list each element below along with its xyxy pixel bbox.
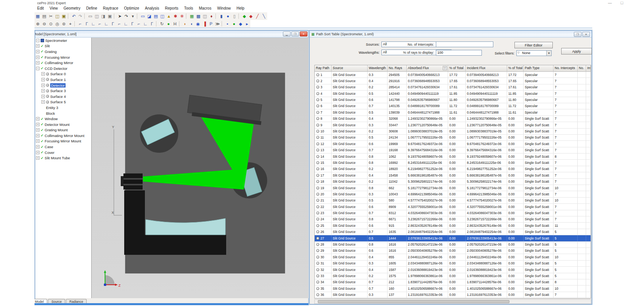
polar-icon[interactable]: P: [208, 21, 214, 27]
table-row[interactable]: 36Slit Grid Source0.31371.23191697613353…: [315, 292, 591, 298]
expand-toggle-icon[interactable]: +: [41, 89, 45, 92]
profile-icon-9[interactable]: Γ: [129, 21, 136, 27]
visible-check-icon[interactable]: ✓: [41, 139, 44, 143]
menu-macros[interactable]: Macros: [199, 6, 212, 10]
view-wire-icon[interactable]: ◫: [94, 13, 100, 19]
tree-item-window[interactable]: +✓Window: [35, 116, 91, 122]
visible-check-icon[interactable]: ✓: [41, 145, 44, 149]
cut-icon[interactable]: ✂: [48, 13, 54, 19]
measure-icon[interactable]: ▾: [130, 13, 136, 19]
arc-blue-icon[interactable]: ◖: [188, 21, 195, 27]
window-blue-icon[interactable]: ▭: [140, 13, 146, 19]
table-row[interactable]: 33Slit Grid Source0.215751.9789806636386…: [315, 273, 591, 279]
profile-icon-6[interactable]: Γ: [110, 21, 116, 27]
table-row[interactable]: 10Slit Grid Source0.2306081.089930388370…: [315, 129, 591, 135]
table-row[interactable]: 5Slit Grid Source0.61417980.049263579698…: [315, 97, 591, 103]
go-green-icon[interactable]: ●: [165, 21, 172, 27]
table-row[interactable]: 28Slit Grid Source0.816162.0579202614721…: [315, 242, 591, 248]
tree-item-block[interactable]: Block: [35, 111, 91, 116]
expand-toggle-icon[interactable]: −: [36, 67, 39, 70]
table-row[interactable]: 17Slit Grid Source0.4154585.666381981854…: [315, 172, 591, 178]
expand-toggle-icon[interactable]: +: [36, 156, 39, 160]
table-row[interactable]: 23Slit Grid Source0.783124.0326408604730…: [315, 210, 591, 216]
3d-viewport[interactable]: Y X: [92, 38, 310, 298]
refresh-icon[interactable]: ↻: [159, 21, 165, 27]
view-solid-icon[interactable]: ▭: [87, 13, 94, 19]
tree-item-case[interactable]: +✓Case: [35, 144, 91, 150]
column-header-source[interactable]: Source: [332, 65, 368, 71]
column-header-incident-flux[interactable]: Incident Flux: [466, 65, 507, 71]
menu-window[interactable]: Window: [217, 6, 231, 10]
expand-toggle-icon[interactable]: +: [41, 84, 45, 87]
play-icon[interactable]: ≫: [214, 21, 221, 27]
swatch-play-icon[interactable]: ▸: [244, 21, 250, 27]
tree-item-detector[interactable]: +Detector: [35, 83, 91, 88]
table-row[interactable]: 22Slit Grid Source0.689094.3207755525900…: [315, 204, 591, 210]
column-header--of-total[interactable]: % of Total: [448, 65, 466, 71]
profile-icon-7[interactable]: ⌐: [116, 21, 123, 27]
expand-toggle-icon[interactable]: +: [36, 134, 39, 137]
profile-icon-3[interactable]: ∟: [90, 21, 97, 27]
menu-reports[interactable]: Reports: [165, 6, 178, 10]
select-cursor-icon[interactable]: ➤: [117, 13, 123, 19]
scrollbar-thumb[interactable]: [318, 300, 509, 303]
table-row[interactable]: 31Slit Grid Source0.316052.0343488088712…: [315, 261, 591, 267]
intercepts-input[interactable]: [436, 41, 493, 47]
flag-red-icon[interactable]: ◆: [248, 13, 254, 19]
menu-geometry[interactable]: Geometry: [64, 6, 80, 10]
table-row[interactable]: 35Slit Grid Source0.71601.40102506588667…: [315, 286, 591, 292]
swatch-diamond-icon[interactable]: ◆: [237, 21, 244, 27]
save-icon[interactable]: ▦: [34, 13, 41, 19]
column-header-no-rays[interactable]: No. Rays: [388, 65, 407, 71]
tree-item-surface-3[interactable]: +Surface 3: [35, 88, 91, 94]
tree-item-surface-0[interactable]: +Surface 0: [35, 71, 91, 77]
tree-item-spectrometer[interactable]: −Spectrometer: [35, 38, 91, 43]
grid-icon[interactable]: ▦: [189, 13, 195, 19]
tree-item-surface-4[interactable]: +Surface 4: [35, 94, 91, 99]
source-red-icon[interactable]: ✱: [172, 13, 179, 19]
table-row[interactable]: 16Slit Grid Source0.2189206.219498277512…: [315, 166, 591, 172]
visible-check-icon[interactable]: ✓: [41, 150, 44, 154]
visible-check-icon[interactable]: ✓: [41, 44, 44, 48]
menu-analysis[interactable]: Analysis: [145, 6, 159, 10]
table-row[interactable]: 21Slit Grid Source0.55804.57774754020027…: [315, 198, 591, 204]
table-row[interactable]: 2Slit Grid Source0.42919160.073606894855…: [315, 78, 591, 84]
pan-icon[interactable]: +: [67, 21, 74, 27]
sphere-icon[interactable]: ◉: [195, 21, 201, 27]
table-row[interactable]: 25Slit Grid Source0.69152.86324352678149…: [315, 223, 591, 229]
table-row[interactable]: 34Slit Grid Source0.72121.83907114428576…: [315, 279, 591, 286]
tree-item-focusing-mirror[interactable]: +✓Focusing Mirror: [35, 54, 91, 60]
expand-toggle-icon[interactable]: +: [36, 56, 39, 59]
tree-item-ccd-detector[interactable]: −✓CCD Detector: [35, 66, 91, 71]
table-row[interactable]: 13Slit Grid Source0.7191689.397664756843…: [315, 147, 591, 154]
path-close-button[interactable]: ✕: [582, 32, 590, 37]
column-header-no-[interactable]: No.: [578, 65, 586, 71]
visible-check-icon[interactable]: ✓: [41, 122, 44, 126]
sort-filter-icon[interactable]: ▽: [443, 66, 447, 70]
menu-help[interactable]: Help: [237, 6, 245, 10]
zoom-out-icon[interactable]: ⊖: [41, 21, 48, 27]
profile-icon-8[interactable]: ∟: [123, 21, 129, 27]
expand-toggle-icon[interactable]: +: [36, 145, 39, 149]
model-minimize-button[interactable]: ▁: [283, 31, 291, 36]
tree-item-surface-5[interactable]: +Surface 5: [35, 99, 91, 105]
profile-icon-4[interactable]: ⌐: [97, 21, 103, 27]
note-icon[interactable]: ♦: [208, 13, 215, 19]
swatch-green-icon[interactable]: ●: [231, 21, 237, 27]
table-row[interactable]: 26Slit Grid Source0.716352.0818487940225…: [315, 229, 591, 235]
expand-toggle-icon[interactable]: +: [36, 128, 39, 132]
flag-green-icon[interactable]: ◆: [241, 13, 248, 19]
menu-tools[interactable]: Tools: [184, 6, 193, 10]
expand-toggle-icon[interactable]: +: [36, 50, 39, 53]
table-row[interactable]: 32Slit Grid Source0.415872.0163608881942…: [315, 267, 591, 273]
table-row[interactable]: 1Slit Grid Source0.32945050.073940054066…: [315, 72, 591, 78]
expand-toggle-icon[interactable]: +: [36, 44, 39, 48]
table-row[interactable]: 12Slit Grid Source0.6199699.670481762493…: [315, 141, 591, 147]
zoom-window-icon[interactable]: ⊙: [48, 21, 54, 27]
profile-icon-5[interactable]: ∟: [103, 21, 110, 27]
column-header-path-type[interactable]: Path Type: [524, 65, 554, 71]
column-header-absorbed-flux[interactable]: Absorbed Flux▽: [407, 65, 448, 71]
source-pink-icon[interactable]: ✱: [179, 13, 185, 19]
expand-toggle-icon[interactable]: −: [36, 39, 39, 42]
visible-check-icon[interactable]: ✓: [41, 50, 44, 53]
